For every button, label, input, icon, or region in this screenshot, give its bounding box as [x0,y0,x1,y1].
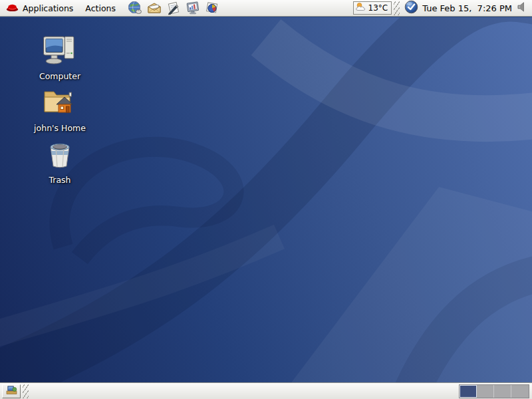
redhat-menu-icon [6,3,19,14]
presentation-icon [186,1,200,15]
desktop-icon-label: Trash [49,175,70,185]
launcher-presentation[interactable] [185,0,201,16]
word-processor-icon [166,1,181,15]
desktop-icon-home[interactable]: john's Home [27,86,93,133]
spreadsheet-icon [205,1,219,15]
clock-check-icon [404,0,418,16]
web-browser-icon [128,1,142,15]
launcher-web-browser[interactable] [127,0,143,16]
launcher-word-processor[interactable] [166,0,182,16]
workspace-cell-1[interactable] [460,385,477,398]
workspace-cell-4[interactable] [511,385,529,398]
launcher-email[interactable] [146,0,162,16]
show-desktop-icon [6,385,17,397]
workspace-cell-2[interactable] [477,385,494,398]
actions-menu-label: Actions [85,3,116,13]
clock-text: Tue Feb 15, 7:26 PM [422,3,512,13]
desktop-icon-label: john's Home [34,123,86,133]
weather-temperature: 13°C [368,3,388,13]
launcher-spreadsheet[interactable] [204,0,220,16]
bottom-panel-handle[interactable] [23,384,29,398]
clock-applet[interactable]: Tue Feb 15, 7:26 PM [402,0,515,16]
applications-menu[interactable]: Applications [0,0,79,17]
weather-applet[interactable]: 13°C [353,1,392,15]
workspace-cell-3[interactable] [494,385,511,398]
desktop-icon-label: Computer [39,71,80,81]
email-icon [147,1,162,15]
desktop-icon-trash[interactable]: Trash [27,141,93,185]
speaker-icon [517,1,527,15]
clock-applet-handle[interactable] [394,1,400,15]
desktop-icon-computer[interactable]: Computer [27,35,93,81]
panel-launchers [127,0,220,16]
bottom-panel [0,382,532,399]
top-panel: Applications Actions [0,0,532,17]
computer-icon [43,35,77,69]
workspace-switcher [459,384,529,398]
applications-menu-label: Applications [23,3,73,13]
trash-icon [45,141,74,173]
volume-applet[interactable] [515,1,532,15]
weather-cloud-icon [355,2,368,14]
desktop-wallpaper: Computer john's Home [0,17,532,382]
actions-menu[interactable]: Actions [79,0,122,17]
home-folder-icon [42,86,78,121]
show-desktop-button[interactable] [2,384,21,398]
desktop-screen: Applications Actions [0,0,532,399]
